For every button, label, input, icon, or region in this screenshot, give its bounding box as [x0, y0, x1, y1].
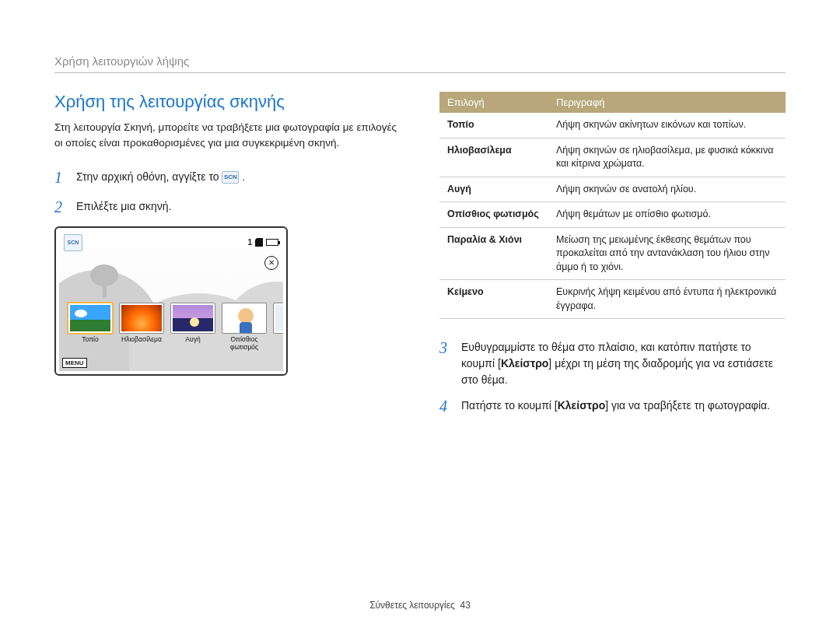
battery-icon: [266, 239, 278, 246]
scene-label: Ηλιοβασίλεμα: [120, 335, 163, 343]
footer-section-label: Σύνθετες λειτουργίες: [369, 600, 455, 611]
scene-thumbnails-row: Τοπίο Ηλιοβασίλεμα Αυγή Οπίσθιος φω: [68, 303, 283, 351]
description-cell: Μείωση της μειωμένης έκθεσης θεμάτων που…: [548, 227, 786, 280]
backlight-icon: [222, 303, 266, 333]
step-4: 4 Πατήστε το κουμπί [Κλείστρο] για να τρ…: [439, 394, 786, 418]
step-1: 1 Στην αρχική οθόνη, αγγίξτε το SCN .: [54, 166, 401, 189]
step-text: Επιλέξτε μια σκηνή.: [76, 195, 172, 219]
scene-thumb-backlight[interactable]: Οπίσθιος φωτισμός: [222, 303, 266, 351]
option-cell: Οπίσθιος φωτισμός: [439, 202, 548, 228]
menu-button[interactable]: MENU: [62, 358, 87, 368]
sunset-icon: [120, 303, 163, 333]
step-number: 3: [439, 336, 452, 388]
camera-lcd-illustration: SCN 1 ✕: [54, 226, 288, 376]
lcd-status-right: 1: [247, 234, 278, 251]
step-3: 3 Ευθυγραμμίστε το θέμα στο πλαίσιο, και…: [439, 336, 786, 388]
landscape-icon: [68, 303, 112, 333]
description-cell: Λήψη σκηνών ακίνητων εικόνων και τοπίων.: [548, 113, 786, 138]
description-cell: Ευκρινής λήψη κειμένου από έντυπα ή ηλεκ…: [548, 280, 786, 319]
scene-label: Τοπίο: [68, 335, 112, 343]
table-header-option: Επιλογή: [439, 92, 548, 113]
step-text: Πατήστε το κουμπί [Κλείστρο] για να τραβ…: [461, 394, 770, 418]
option-cell: Ηλιοβασίλεμα: [439, 138, 548, 177]
two-column-layout: Χρήση της λειτουργίας σκηνής Στη λειτουρ…: [54, 92, 786, 424]
scene-thumb-more[interactable]: [274, 303, 283, 351]
page-footer: Σύνθετες λειτουργίες 43: [0, 600, 840, 611]
manual-page: Χρήση λειτουργιών λήψης Χρήση της λειτου…: [0, 0, 840, 424]
sd-card-icon: [255, 238, 263, 247]
step-1-pre: Στην αρχική οθόνη, αγγίξτε το: [76, 170, 222, 183]
table-row: Οπίσθιος φωτισμός Λήψη θεμάτων με οπίσθι…: [439, 202, 786, 228]
step-1-post: .: [242, 170, 245, 183]
table-header-description: Περιγραφή: [548, 92, 786, 113]
table-row: Ηλιοβασίλεμα Λήψη σκηνών σε ηλιοβασίλεμα…: [439, 138, 786, 177]
scene-thumb-landscape[interactable]: Τοπίο: [68, 303, 112, 351]
scene-label: Αυγή: [171, 335, 215, 343]
option-cell: Τοπίο: [439, 113, 548, 138]
more-scenes-icon: [274, 303, 283, 333]
table-row: Κείμενο Ευκρινής λήψη κειμένου από έντυπ…: [439, 280, 786, 319]
description-cell: Λήψη θεμάτων με οπίσθιο φωτισμό.: [548, 202, 786, 228]
page-number: 43: [460, 600, 470, 611]
shot-count: 1: [247, 238, 252, 247]
description-cell: Λήψη σκηνών σε ηλιοβασίλεμα, με φυσικά κ…: [548, 138, 786, 177]
option-cell: Παραλία & Χιόνι: [439, 227, 548, 280]
flash-off-icon: ✕: [264, 256, 278, 270]
shutter-label: Κλείστρο: [558, 399, 605, 412]
right-column: Επιλογή Περιγραφή Τοπίο Λήψη σκηνών ακίν…: [439, 92, 786, 424]
breadcrumb: Χρήση λειτουργιών λήψης: [54, 54, 786, 73]
step-4-b: ] για να τραβήξετε τη φωτογραφία.: [605, 399, 770, 412]
intro-paragraph: Στη λειτουργία Σκηνή, μπορείτε να τραβήξ…: [54, 120, 401, 152]
tree-icon: [90, 264, 118, 297]
lcd-status-bar: SCN 1: [59, 231, 283, 254]
scene-thumb-sunset[interactable]: Ηλιοβασίλεμα: [120, 303, 163, 351]
option-cell: Κείμενο: [439, 280, 548, 319]
scn-mode-icon: SCN: [64, 234, 82, 251]
shutter-label: Κλείστρο: [501, 357, 548, 370]
description-cell: Λήψη σκηνών σε ανατολή ηλίου.: [548, 177, 786, 202]
step-4-a: Πατήστε το κουμπί [: [461, 399, 558, 412]
table-row: Τοπίο Λήψη σκηνών ακίνητων εικόνων και τ…: [439, 113, 786, 138]
step-number: 4: [439, 394, 452, 418]
scene-thumb-dawn[interactable]: Αυγή: [171, 303, 215, 351]
section-title: Χρήση της λειτουργίας σκηνής: [54, 92, 401, 112]
table-row: Παραλία & Χιόνι Μείωση της μειωμένης έκθ…: [439, 227, 786, 280]
left-column: Χρήση της λειτουργίας σκηνής Στη λειτουρ…: [54, 92, 401, 424]
step-number: 1: [54, 166, 67, 189]
lcd-screen: SCN 1 ✕: [59, 231, 283, 371]
table-row: Αυγή Λήψη σκηνών σε ανατολή ηλίου.: [439, 177, 786, 202]
step-2: 2 Επιλέξτε μια σκηνή.: [54, 195, 401, 219]
step-text: Στην αρχική οθόνη, αγγίξτε το SCN .: [76, 166, 245, 189]
option-cell: Αυγή: [439, 177, 548, 202]
scn-mode-icon: SCN: [222, 171, 239, 184]
dawn-icon: [171, 303, 215, 333]
step-text: Ευθυγραμμίστε το θέμα στο πλαίσιο, και κ…: [461, 336, 786, 388]
scene-options-table: Επιλογή Περιγραφή Τοπίο Λήψη σκηνών ακίν…: [439, 92, 786, 319]
scene-label: Οπίσθιος φωτισμός: [222, 335, 266, 351]
step-number: 2: [54, 195, 67, 219]
